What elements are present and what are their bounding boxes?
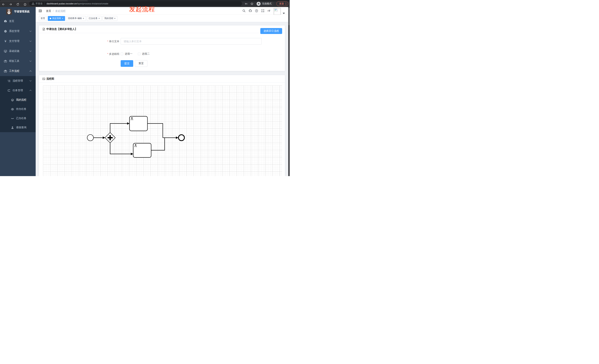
tag-my-process[interactable]: 我的流程× — [103, 16, 117, 21]
password-key-icon[interactable] — [245, 2, 248, 5]
sidebar-item-label: 已办任务 — [16, 117, 26, 120]
user-icon — [11, 126, 14, 129]
chevron-down-icon — [29, 60, 32, 62]
eye-closed-icon — [11, 117, 14, 120]
browser-scrollbar[interactable] — [288, 7, 290, 176]
breadcrumb-home[interactable]: 首页 — [46, 9, 51, 13]
text-field-label: *单行文本 — [39, 38, 119, 45]
user-task-node-1-2[interactable] — [133, 143, 151, 157]
incognito-label: 无痕模式 — [262, 2, 272, 5]
sidebar-item-done-tasks[interactable]: 已办任务 — [0, 114, 36, 123]
sidebar-item-system[interactable]: 系统管理 — [0, 26, 36, 36]
close-icon[interactable]: × — [98, 17, 100, 20]
url-path: /bpm/process-instance/create — [77, 2, 108, 5]
tag-create-process[interactable]: 发起流程× — [48, 16, 65, 21]
sidebar-item-payment[interactable]: ¥ 支付管理 — [0, 36, 36, 46]
scrollbar-thumb[interactable] — [288, 8, 290, 25]
sidebar-item-leave-query[interactable]: 请假查询 — [0, 123, 36, 132]
user-task-node-1-1[interactable] — [130, 116, 147, 131]
sidebar-item-label: 请假查询 — [16, 126, 26, 129]
search-icon[interactable] — [242, 9, 246, 12]
checkbox-icon[interactable] — [138, 53, 141, 55]
close-icon[interactable]: × — [62, 17, 63, 20]
main-area: 首页 / 发起流程 TT 首页 发起流程× 流程表单-编辑× 已办任务× 我的流… — [36, 7, 288, 176]
help-icon[interactable] — [255, 9, 258, 12]
flow-node-icon — [7, 89, 10, 92]
logo-avatar — [6, 9, 12, 15]
bookmark-star-icon[interactable] — [250, 2, 254, 5]
sidebar-item-task-mgmt[interactable]: 任务管理 — [0, 86, 36, 95]
sidebar-item-home[interactable]: 首页 — [0, 16, 36, 26]
url-bar[interactable]: 不安全 dashboard.yudao.iocoder.cn/bpm/proce… — [29, 1, 242, 6]
tag-label: 首页 — [41, 17, 45, 20]
close-icon[interactable]: × — [83, 17, 84, 20]
diagram-card-header: 流程图 — [39, 75, 285, 83]
gear-icon — [4, 30, 7, 33]
reset-button[interactable]: 重置 — [135, 60, 147, 67]
close-icon[interactable]: × — [114, 17, 115, 20]
chevron-up-icon — [29, 70, 32, 72]
chevron-down-icon — [29, 40, 32, 42]
sidebar-logo[interactable]: 芋道管理系统 — [0, 7, 36, 16]
bpmn-canvas[interactable] — [43, 85, 282, 176]
update-button[interactable]: 更新 — [276, 1, 288, 6]
process-diagram-card: 流程图 — [39, 75, 285, 176]
sidebar-item-label: 研发工具 — [9, 59, 19, 63]
sidebar-item-process-mgmt[interactable]: 流程管理 — [0, 76, 36, 86]
monitor-icon — [4, 50, 7, 53]
home-icon[interactable] — [24, 3, 26, 6]
checkbox-label: 选项一 — [125, 52, 132, 56]
github-icon[interactable] — [249, 9, 252, 12]
sidebar-item-todo-tasks[interactable]: 待办任务 — [0, 104, 36, 114]
sidebar-item-devtools[interactable]: 研发工具 — [0, 56, 36, 66]
choose-other-process-button[interactable]: 选择其它流程 — [260, 28, 282, 34]
tag-home[interactable]: 首页 — [39, 16, 47, 21]
parallel-gateway-node[interactable] — [105, 133, 115, 143]
tag-label: 流程表单-编辑 — [68, 17, 82, 20]
toolbox-icon — [4, 60, 7, 63]
sidebar-item-infrastructure[interactable]: 基础设施 — [0, 46, 36, 56]
browser-menu-icon[interactable] — [286, 3, 286, 5]
not-secure-warning-icon — [32, 2, 34, 5]
app-header: 首页 / 发起流程 TT — [36, 7, 288, 15]
end-event-node[interactable] — [178, 135, 185, 141]
reload-icon[interactable] — [16, 3, 19, 6]
document-icon — [42, 28, 45, 31]
start-event-node[interactable] — [87, 135, 94, 141]
sidebar-item-label: 任务管理 — [13, 89, 23, 92]
sidebar-collapse-icon[interactable] — [39, 9, 42, 12]
submit-button[interactable]: 提交 — [121, 60, 133, 67]
chevron-down-icon — [29, 30, 32, 32]
tree-list-icon — [7, 79, 10, 83]
fullscreen-icon[interactable] — [261, 9, 264, 12]
face-icon — [11, 98, 14, 102]
sidebar-item-my-process[interactable]: 我的流程 — [0, 95, 36, 104]
checkbox-icon[interactable] — [121, 53, 123, 55]
forward-icon[interactable] — [9, 3, 12, 6]
avatar[interactable] — [274, 8, 281, 15]
sidebar-item-label: 待办任务 — [16, 107, 26, 111]
dashboard-icon — [4, 20, 7, 23]
sidebar-item-workflow[interactable]: 工作流程 — [0, 66, 36, 76]
sidebar-item-label: 支付管理 — [9, 40, 19, 43]
apply-card-title: 申请信息【测试多审批人】 — [46, 27, 77, 31]
single-line-text-input[interactable] — [121, 38, 262, 45]
tag-form-edit[interactable]: 流程表单-编辑× — [66, 16, 86, 21]
toolbox-icon — [4, 70, 7, 73]
tag-done-tasks[interactable]: 已办任务× — [87, 16, 102, 21]
required-asterisk: * — [107, 40, 108, 43]
broken-image-icon — [274, 9, 278, 12]
workflow-submenu: 流程管理 任务管理 我的流程 待办任务 已办任务 — [0, 76, 36, 132]
update-label: 更新 — [279, 2, 284, 5]
chevron-down-icon — [29, 80, 32, 82]
yen-icon: ¥ — [4, 40, 7, 43]
checkbox-option-1[interactable]: 选项一 — [121, 51, 132, 57]
avatar-caret-icon[interactable] — [283, 13, 285, 14]
url-separator — [44, 2, 45, 5]
font-size-icon[interactable]: TT — [268, 9, 271, 12]
tag-label: 已办任务 — [89, 17, 97, 20]
back-icon[interactable] — [2, 3, 5, 6]
sidebar: 芋道管理系统 首页 系统管理 ¥ 支付管理 基础设施 研发工具 — [0, 7, 36, 176]
checkbox-option-2[interactable]: 选项二 — [138, 51, 150, 57]
diagram-card-title: 流程图 — [46, 77, 54, 80]
